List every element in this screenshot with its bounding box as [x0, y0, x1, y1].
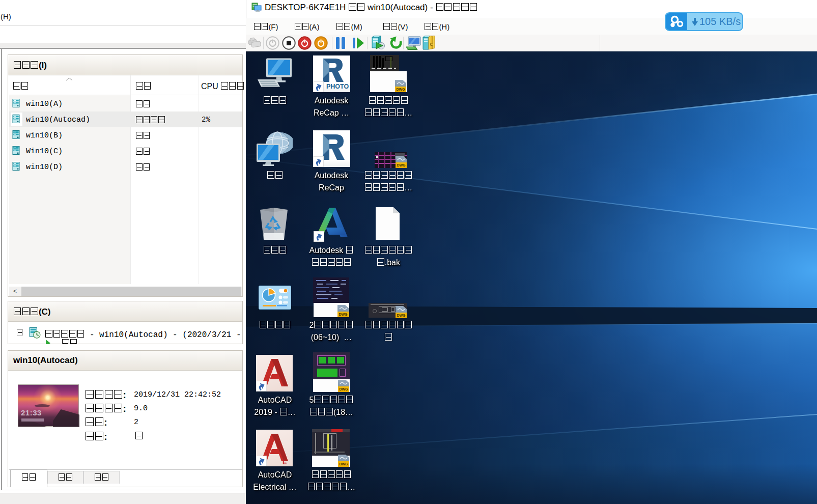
svg-text:PHOTO: PHOTO: [326, 83, 349, 90]
svg-text:E: E: [283, 458, 287, 466]
